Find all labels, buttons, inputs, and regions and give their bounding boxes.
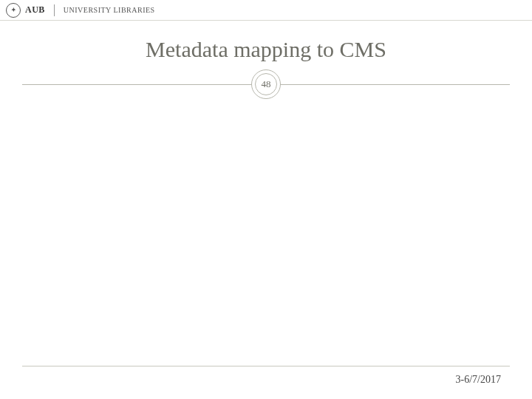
content-area: Metadata exported from Millennium in MAR…: [22, 89, 510, 399]
logo-subtext: UNIVERSITY LIBRARIES: [64, 6, 155, 14]
slide-number: 48: [255, 73, 277, 95]
square-bullet-icon: [43, 219, 53, 230]
slide-number-ornament: 48: [0, 69, 532, 99]
bullet-paragraph-2: Keywords could be structured in a Conten…: [43, 214, 489, 254]
logo-abbr: AUB: [25, 4, 45, 16]
p2-lead: Keywords: [56, 215, 123, 233]
footer-divider: [22, 366, 510, 366]
logo-separator: [54, 4, 55, 16]
bullet-paragraph-1: Metadata exported from Millennium in MAR…: [43, 109, 489, 189]
header-bar: ✦ AUB UNIVERSITY LIBRARIES: [0, 0, 532, 21]
p1-b2: mapped: [43, 130, 96, 148]
slide-number-circle: 48: [251, 69, 281, 99]
p1-t1: exported from Millennium in MARC format …: [120, 110, 457, 128]
p2-b2: structured: [184, 215, 253, 233]
slide-title: Metadata mapping to CMS: [0, 37, 532, 62]
p1-lead: Metadata: [56, 110, 120, 128]
logo-icon: ✦: [6, 3, 21, 18]
p2-t1: could be: [123, 215, 184, 233]
p1-t2: to any digital repository or content man…: [43, 130, 446, 168]
footer-date: 3-6/7/2017: [456, 374, 501, 386]
p1-t3: ) such as: Drupal, Word.Press, Joomla, D…: [43, 150, 451, 188]
p1-b3: CMS: [48, 150, 83, 168]
p2-t2: in a: [253, 215, 284, 233]
p2-b3: Content Management System: [284, 215, 480, 233]
slide: ✦ AUB UNIVERSITY LIBRARIES Metadata mapp…: [0, 0, 532, 399]
title-region: Metadata mapping to CMS 48: [0, 21, 532, 99]
square-bullet-icon: [43, 115, 53, 125]
p2-t3: thesaurus or taxonomy or controlled voca…: [43, 234, 354, 252]
